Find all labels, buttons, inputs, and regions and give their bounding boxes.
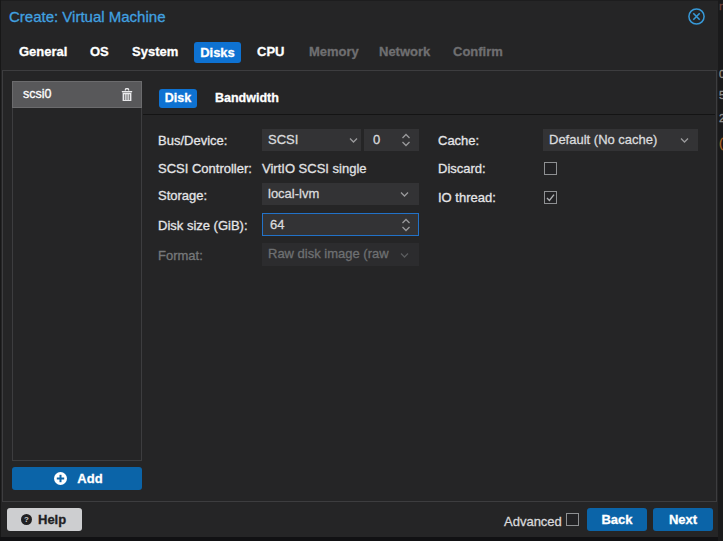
svg-text:?: ? xyxy=(24,515,29,524)
